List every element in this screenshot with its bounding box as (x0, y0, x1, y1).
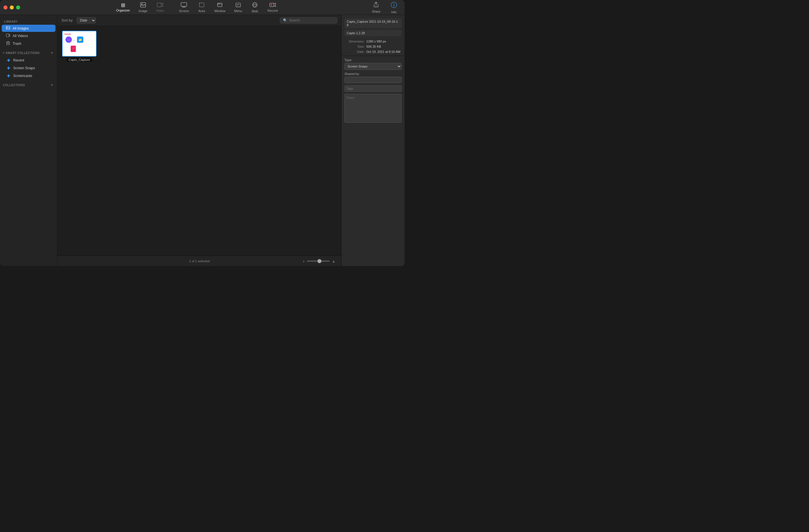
record-icon (270, 3, 276, 8)
menu-icon (235, 2, 241, 8)
search-icon: 🔍 (283, 18, 287, 22)
svg-rect-2 (157, 3, 161, 7)
image-icon (140, 2, 146, 8)
share-icon (374, 2, 379, 9)
svg-rect-7 (200, 3, 204, 7)
content-grid: macdo → → 📁 📌 Capto_Capture (57, 26, 341, 256)
record-label: Record (268, 9, 277, 12)
screencasts-icon: ✚ (6, 73, 11, 78)
screenshot-icon2: 📁 (77, 36, 83, 43)
zoom-in-icon[interactable]: ▲ (331, 259, 335, 263)
menu-button[interactable]: Menu (230, 1, 246, 14)
rp-dimension-value: 1280 x 980 px (365, 40, 402, 43)
rp-shared-input[interactable] (344, 77, 402, 83)
rp-notes-textarea[interactable] (344, 94, 402, 123)
rp-dimension-label: Dimension: (344, 40, 365, 43)
screenshot-preview: macdo → → 📁 📌 (63, 31, 96, 56)
titlebar: ⊞ Organizer Image Video (0, 0, 404, 15)
rp-size-value: 506.35 KB (365, 45, 402, 48)
sidebar-item-trash[interactable]: Trash (2, 40, 55, 47)
window-icon (217, 2, 223, 8)
sidebar-item-screencasts[interactable]: ✚ Screencasts (2, 72, 55, 80)
zoom-slider-thumb (317, 259, 322, 263)
collections-header[interactable]: COLLECTIONS + (0, 80, 57, 88)
svg-point-10 (218, 3, 219, 4)
rp-date-row: Date: Oct 19, 2021 at 8:16 AM (344, 50, 402, 53)
rp-type-label: Type: (344, 58, 402, 62)
rp-appname: Capto 1.2.28 (344, 30, 402, 36)
trash-label: Trash (13, 42, 21, 46)
collections-title[interactable]: COLLECTIONS (3, 84, 25, 87)
search-input[interactable] (289, 18, 334, 22)
screencasts-label: Screencasts (13, 74, 32, 78)
library-section-title: LIBRARY (0, 17, 57, 24)
image-button[interactable]: Image (135, 1, 151, 14)
share-button[interactable]: Share (368, 0, 384, 15)
toolbar: ⊞ Organizer Image Video (26, 0, 368, 15)
web-button[interactable]: Web (247, 0, 263, 15)
rp-filename: Capto_Capture 2021-10-19_08-16-18 (344, 18, 402, 28)
web-icon (252, 2, 258, 8)
sidebar-item-all-images[interactable]: All Images (2, 25, 55, 32)
smart-collections-header[interactable]: ▾ SMART COLLECTIONS + (0, 48, 57, 56)
all-images-icon (6, 26, 10, 31)
svg-rect-15 (236, 3, 240, 4)
trash-icon (6, 41, 10, 46)
sort-select[interactable]: Date Name Size (77, 17, 96, 23)
rp-size-row: Size: 506.35 KB (344, 45, 402, 48)
maximize-button[interactable] (16, 5, 20, 10)
info-label: Info (391, 10, 396, 14)
zoom-slider[interactable] (307, 260, 330, 262)
all-videos-label: All Videos (13, 34, 28, 38)
screen-snaps-label: Screen Snaps (13, 66, 35, 70)
rp-divider (342, 56, 404, 56)
search-box[interactable]: 🔍 (280, 17, 337, 23)
screenshot-icon1: → (66, 36, 72, 43)
status-bar: 1 of 1 selected ▲ ▲ (57, 256, 341, 266)
rp-date-value: Oct 19, 2021 at 8:16 AM (365, 50, 402, 53)
smart-collections-add-button[interactable]: + (51, 51, 53, 55)
sidebar: LIBRARY All Images All Videos (0, 15, 57, 266)
svg-point-11 (219, 3, 220, 4)
organizer-label: Organizer (116, 8, 130, 12)
info-button[interactable]: ⓘ Info (387, 0, 401, 16)
rp-type-select[interactable]: Screen Snaps Screencast Other (344, 63, 402, 70)
all-videos-icon (6, 34, 10, 38)
rp-tags-input[interactable] (344, 85, 402, 92)
rp-tags-row (342, 85, 404, 92)
video-label: Video (156, 9, 164, 12)
video-icon (157, 3, 163, 8)
selected-count: 1 of 1 selected (189, 259, 210, 263)
zoom-out-icon[interactable]: ▲ (302, 259, 305, 262)
screen-button[interactable]: Screen (175, 1, 193, 14)
web-label: Web (252, 10, 258, 13)
svg-point-22 (7, 27, 7, 28)
window-button[interactable]: Window (210, 1, 229, 14)
toolbar-right: Share ⓘ Info (368, 0, 401, 16)
rp-notes-row (342, 94, 404, 123)
collections-label: COLLECTIONS (3, 84, 25, 87)
rp-type-row: Type: Screen Snaps Screencast Other (342, 58, 404, 70)
svg-point-20 (271, 4, 272, 6)
close-button[interactable] (3, 5, 7, 10)
right-panel: Capto_Capture 2021-10-19_08-16-18 Capto … (341, 15, 404, 266)
smart-collections-title[interactable]: ▾ SMART COLLECTIONS (3, 51, 40, 55)
screen-label: Screen (179, 9, 189, 13)
smart-collections-label: SMART COLLECTIONS (6, 51, 40, 55)
list-item[interactable]: macdo → → 📁 📌 Capto_Capture (62, 31, 97, 62)
area-icon (199, 2, 205, 8)
organizer-button[interactable]: ⊞ Organizer (112, 1, 134, 14)
sidebar-item-recent[interactable]: ✚ Recent (2, 56, 55, 64)
area-button[interactable]: Area (194, 1, 210, 14)
recent-label: Recent (13, 58, 24, 62)
rp-shared-label: Shared by: (344, 72, 402, 75)
sidebar-item-screen-snaps[interactable]: ✚ Screen Snaps (2, 64, 55, 72)
video-button[interactable]: Video (152, 1, 168, 14)
minimize-button[interactable] (10, 5, 14, 10)
area-label: Area (198, 9, 205, 13)
collections-add-button[interactable]: + (51, 83, 53, 87)
all-images-label: All Images (13, 27, 29, 31)
record-button[interactable]: Record (263, 1, 281, 14)
sidebar-item-all-videos[interactable]: All Videos (2, 32, 55, 39)
content-area: Sort by: Date Name Size 🔍 macdo → → 📁 (57, 15, 341, 266)
